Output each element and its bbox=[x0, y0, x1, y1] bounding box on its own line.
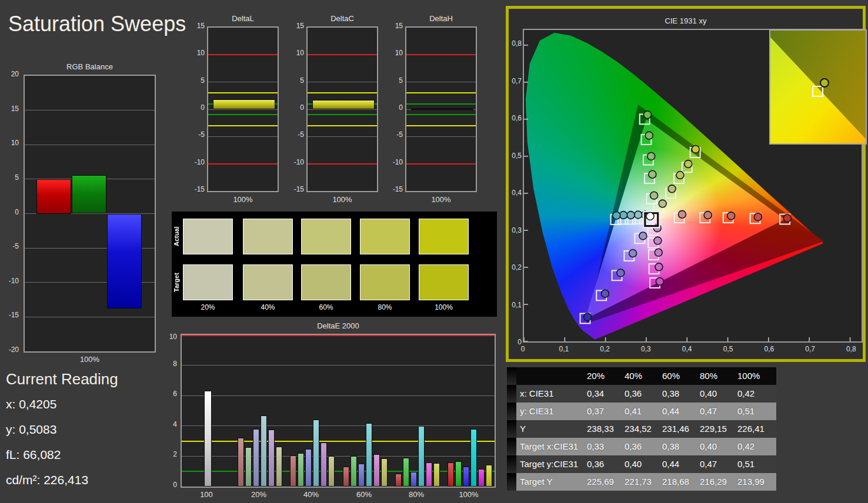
table-value-cell: 0,51 bbox=[733, 455, 776, 473]
table-value-cell: 229,15 bbox=[695, 420, 733, 438]
calibration-dashboard: Saturation Sweeps RGB Balance -20-15-10-… bbox=[0, 0, 868, 503]
cie-x-tick-label: 0 bbox=[510, 345, 536, 353]
deltae-bar bbox=[268, 430, 275, 487]
deltae-group-label: 40% bbox=[293, 490, 329, 499]
swatch-target-20% bbox=[183, 264, 233, 300]
deltac-chart[interactable] bbox=[306, 26, 378, 192]
deltae-bar bbox=[433, 463, 440, 487]
deltae-bar bbox=[403, 458, 409, 487]
cie-zoom-inset bbox=[769, 29, 867, 145]
swatch-target-80% bbox=[360, 264, 410, 300]
deltae-bar bbox=[381, 458, 388, 487]
gridline bbox=[25, 145, 155, 145]
reference-line bbox=[308, 92, 377, 93]
deltae-bar bbox=[448, 462, 454, 487]
deltah-chart[interactable] bbox=[405, 26, 477, 192]
table-gutter-cell bbox=[507, 438, 516, 455]
reference-line bbox=[208, 92, 278, 93]
cie-y-tick-label: 0,4 bbox=[510, 189, 522, 197]
axis-tick-label: -5 bbox=[385, 130, 403, 139]
axis-tick-label: -5 bbox=[187, 130, 205, 139]
reference-line bbox=[406, 114, 476, 115]
cie-actual-marker bbox=[644, 111, 652, 119]
deltae-bar bbox=[455, 461, 462, 487]
table-gutter-cell bbox=[507, 420, 516, 438]
deltae-bar bbox=[343, 467, 349, 487]
cie-x-tick-label: 0,4 bbox=[674, 345, 700, 353]
deltal-chart[interactable] bbox=[207, 26, 279, 192]
cie-actual-marker bbox=[727, 212, 735, 220]
axis-tick-label: 0 bbox=[187, 103, 205, 112]
swatch-col-label: 60% bbox=[301, 303, 351, 311]
deltae-bar bbox=[395, 474, 402, 487]
current-reading-heading: Current Reading bbox=[6, 370, 118, 388]
deltac-title: DeltaC bbox=[295, 14, 390, 23]
axis-tick-label: 10 bbox=[286, 49, 304, 57]
axis-tick-label: 0 bbox=[385, 103, 403, 112]
table-header-cell: 60% bbox=[657, 367, 695, 385]
cie-actual-marker bbox=[656, 277, 663, 285]
table-value-cell: 226,41 bbox=[733, 420, 776, 438]
cie-actual-marker bbox=[646, 213, 654, 220]
deltae-bar bbox=[204, 391, 212, 487]
cie-actual-marker bbox=[654, 237, 662, 244]
cie-x-tick-label: 0,7 bbox=[797, 345, 823, 353]
reference-line bbox=[208, 125, 278, 126]
axis-tick-label: -5 bbox=[0, 242, 19, 250]
table-row-label: y: CIE31 bbox=[516, 403, 582, 420]
table-value-cell: 221,73 bbox=[620, 473, 657, 491]
swatch-col-label: 100% bbox=[419, 303, 469, 311]
gridline bbox=[308, 82, 377, 82]
rgb-bar-green bbox=[72, 175, 106, 214]
table-row: Target Y225,69221,73218,68216,29213,99 bbox=[507, 473, 776, 491]
table-header-cell: 80% bbox=[695, 367, 733, 385]
reference-line bbox=[308, 54, 377, 55]
deltae-bar bbox=[290, 455, 296, 487]
axis-tick-label: 0 bbox=[161, 481, 177, 489]
reference-line bbox=[406, 103, 476, 105]
axis-tick-label: -10 bbox=[187, 158, 205, 166]
delta-bar bbox=[411, 108, 473, 110]
deltae-bar bbox=[313, 420, 319, 487]
table-gutter-cell bbox=[507, 385, 516, 403]
deltae-bar bbox=[470, 429, 477, 487]
rgb-balance-y-axis: -20-15-10-505101520 bbox=[1, 75, 20, 353]
table-value-cell: 231,46 bbox=[657, 420, 695, 438]
rgb-balance-chart[interactable] bbox=[24, 75, 156, 353]
table-row: Target x:CIE310,330,360,380,400,42 bbox=[507, 438, 776, 455]
reference-line bbox=[406, 92, 476, 93]
table-header-cell: 100% bbox=[733, 367, 776, 385]
cie-1931-panel[interactable]: CIE 1931 xy 00,10,20,30,40,50,60,70,8 00… bbox=[506, 6, 866, 362]
table-value-cell: 0,38 bbox=[657, 385, 695, 403]
gridline bbox=[182, 425, 495, 426]
swatch-target-100% bbox=[419, 264, 469, 300]
axis-tick-label: -10 bbox=[385, 158, 403, 166]
axis-tick-label: 0 bbox=[0, 208, 19, 216]
deltac-x-label: 100% bbox=[306, 195, 378, 204]
cie-y-tick-label: 0,6 bbox=[510, 114, 522, 122]
swatch-actual-60% bbox=[301, 219, 351, 254]
reference-line bbox=[182, 441, 495, 442]
swatch-target-60% bbox=[301, 264, 351, 300]
axis-tick-label: 5 bbox=[385, 76, 403, 85]
deltae-bar bbox=[328, 456, 335, 487]
reference-line bbox=[208, 163, 278, 165]
cie-actual-marker bbox=[613, 212, 620, 219]
swatch-col-label: 80% bbox=[360, 303, 410, 311]
axis-tick-label: 15 bbox=[385, 22, 403, 30]
table-row-label: Target Y bbox=[516, 473, 582, 491]
gridline bbox=[406, 136, 476, 137]
axis-tick-label: 20 bbox=[0, 70, 19, 78]
gridline bbox=[208, 82, 278, 82]
deltae-chart[interactable] bbox=[181, 334, 496, 488]
cie-actual-marker bbox=[659, 200, 666, 207]
deltae-group-label: 80% bbox=[399, 490, 434, 499]
table-row: Y238,33234,52231,46229,15226,41 bbox=[507, 420, 776, 438]
swatch-comparison-panel[interactable]: ActualTarget20%40%60%80%100% bbox=[172, 212, 497, 317]
swatch-actual-80% bbox=[360, 219, 410, 254]
reference-line bbox=[406, 54, 476, 55]
measurement-table[interactable]: 20%40%60%80%100%x: CIE310,340,360,380,40… bbox=[507, 367, 776, 491]
table-gutter-cell bbox=[507, 367, 516, 385]
cie-actual-marker bbox=[627, 212, 635, 219]
table-header-cell: 20% bbox=[582, 367, 620, 385]
